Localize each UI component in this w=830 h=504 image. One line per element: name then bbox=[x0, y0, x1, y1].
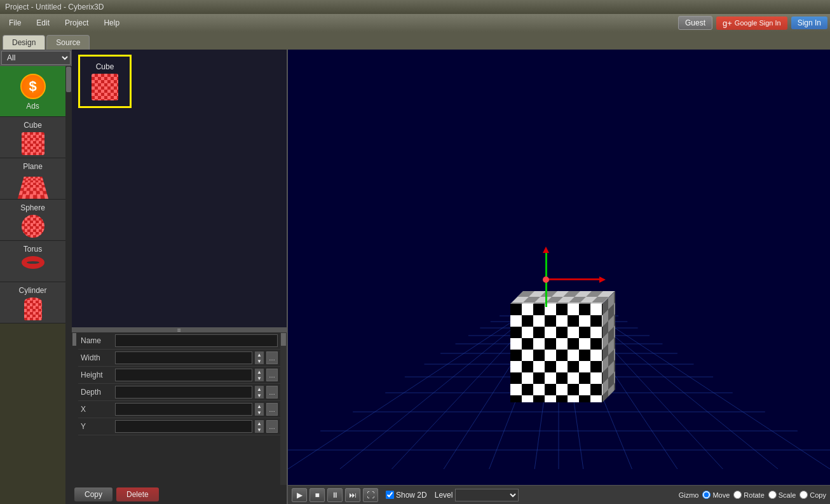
sidebar-scroll-thumb bbox=[66, 67, 71, 92]
sidebar: All $ Ads Cube Plane bbox=[0, 50, 72, 504]
play-button[interactable]: ▶ bbox=[292, 488, 307, 502]
prop-height-down[interactable]: ▼ bbox=[255, 375, 264, 381]
prop-width-stepper: ▲ ▼ bbox=[255, 351, 264, 364]
category-selector[interactable]: All bbox=[0, 50, 72, 66]
asset-cube-icon bbox=[92, 74, 118, 100]
gizmo-rotate-label[interactable]: Rotate bbox=[744, 491, 764, 499]
tab-design[interactable]: Design bbox=[3, 35, 45, 50]
guest-button[interactable]: Guest bbox=[678, 16, 712, 30]
level-dropdown[interactable] bbox=[455, 489, 519, 501]
sidebar-scroll-wrapper: $ Ads Cube Plane bbox=[0, 66, 72, 504]
gizmo-x-arrow bbox=[545, 278, 599, 280]
prop-name-label: Name bbox=[81, 336, 112, 345]
sidebar-item-torus[interactable]: Torus bbox=[0, 241, 65, 282]
gizmo-rotate-group: Rotate bbox=[733, 491, 764, 499]
gizmo-move-label[interactable]: Move bbox=[712, 491, 730, 499]
prop-y-more[interactable]: … bbox=[266, 420, 278, 433]
gizmo-y-arrowhead bbox=[543, 247, 549, 253]
prop-depth-up[interactable]: ▲ bbox=[255, 386, 264, 392]
prop-depth-row: Depth ▲ ▼ … bbox=[78, 384, 280, 401]
asset-area[interactable]: Cube bbox=[72, 50, 287, 327]
google-signin-label: Google Sign In bbox=[735, 19, 781, 27]
sidebar-item-cube[interactable]: Cube bbox=[0, 117, 65, 158]
main-content: All $ Ads Cube Plane bbox=[0, 50, 830, 504]
copy-button[interactable]: Copy bbox=[74, 487, 112, 501]
sidebar-item-sphere[interactable]: Sphere bbox=[0, 200, 65, 241]
gizmo-scale-radio[interactable] bbox=[768, 491, 777, 499]
gizmo-scale-label[interactable]: Scale bbox=[779, 491, 796, 499]
gizmo-group: Gizmo Move Rotate Scale Copy bbox=[679, 491, 826, 499]
sidebar-item-ads-label: Ads bbox=[26, 102, 39, 111]
props-right-scrollbar[interactable] bbox=[280, 332, 287, 485]
cube-top-face bbox=[510, 291, 615, 304]
menu-project[interactable]: Project bbox=[58, 17, 95, 29]
menu-edit[interactable]: Edit bbox=[30, 17, 56, 29]
delete-button[interactable]: Delete bbox=[116, 487, 159, 501]
signin-button[interactable]: Sign In bbox=[791, 17, 827, 29]
sidebar-item-cylinder-label: Cylinder bbox=[18, 286, 46, 295]
gizmo-rotate-radio[interactable] bbox=[733, 491, 742, 499]
show2d-label[interactable]: Show 2D bbox=[396, 491, 427, 500]
stop-button[interactable]: ■ bbox=[310, 488, 325, 502]
prop-x-down[interactable]: ▼ bbox=[255, 409, 264, 416]
prop-x-row: X ▲ ▼ … bbox=[78, 401, 280, 418]
prop-height-up[interactable]: ▲ bbox=[255, 369, 264, 375]
tab-source[interactable]: Source bbox=[46, 35, 90, 50]
sidebar-item-plane-label: Plane bbox=[23, 162, 43, 171]
prop-name-row: Name bbox=[78, 332, 280, 350]
viewport[interactable]: .gl { stroke: #2244aa; stroke-width: 0.7… bbox=[288, 50, 830, 504]
prop-y-label: Y bbox=[81, 422, 112, 431]
pause-button[interactable]: ⏸ bbox=[327, 488, 343, 502]
menu-help[interactable]: Help bbox=[97, 17, 126, 29]
center-panel: Cube Name bbox=[72, 50, 288, 504]
prop-depth-input[interactable] bbox=[115, 386, 252, 398]
props-right-thumb bbox=[281, 333, 286, 346]
asset-cube-item[interactable]: Cube bbox=[78, 55, 132, 108]
prop-x-stepper: ▲ ▼ bbox=[255, 403, 264, 416]
prop-width-input[interactable] bbox=[115, 351, 252, 364]
sidebar-items-list: $ Ads Cube Plane bbox=[0, 66, 65, 504]
sidebar-item-ads[interactable]: $ Ads bbox=[0, 66, 65, 117]
gizmo-scale-group: Scale bbox=[768, 491, 796, 499]
sidebar-item-plane[interactable]: Plane bbox=[0, 158, 65, 200]
prop-width-up[interactable]: ▲ bbox=[255, 351, 264, 358]
prop-y-stepper: ▲ ▼ bbox=[255, 420, 264, 433]
sidebar-scrollbar[interactable] bbox=[65, 66, 72, 504]
google-signin-button[interactable]: g+ Google Sign In bbox=[716, 17, 787, 30]
skip-forward-button[interactable]: ⏭ bbox=[345, 488, 360, 502]
gizmo-copy-radio[interactable] bbox=[799, 491, 808, 499]
prop-x-up[interactable]: ▲ bbox=[255, 403, 264, 409]
gizmo-move-group: Move bbox=[702, 491, 730, 499]
prop-width-more[interactable]: … bbox=[266, 351, 278, 364]
gizmo-label: Gizmo bbox=[679, 491, 699, 499]
level-label: Level bbox=[435, 491, 453, 500]
props-left-scrollbar[interactable] bbox=[72, 332, 77, 485]
sidebar-item-cylinder[interactable]: Cylinder bbox=[0, 282, 65, 324]
prop-y-up[interactable]: ▲ bbox=[255, 420, 264, 426]
sphere-icon bbox=[22, 215, 44, 238]
category-dropdown[interactable]: All bbox=[1, 51, 71, 65]
prop-x-label: X bbox=[81, 405, 112, 414]
prop-x-input[interactable] bbox=[115, 403, 252, 416]
prop-height-input[interactable] bbox=[115, 369, 252, 381]
prop-y-input[interactable] bbox=[115, 420, 252, 433]
prop-name-input[interactable] bbox=[115, 334, 278, 347]
gizmo-copy-label[interactable]: Copy bbox=[810, 491, 826, 499]
prop-depth-down[interactable]: ▼ bbox=[255, 392, 264, 398]
prop-height-more[interactable]: … bbox=[266, 369, 278, 381]
gizmo-move-radio[interactable] bbox=[702, 491, 711, 499]
prop-width-label: Width bbox=[81, 353, 112, 362]
prop-width-down[interactable]: ▼ bbox=[255, 358, 264, 364]
menu-file[interactable]: File bbox=[3, 17, 27, 29]
resize-handle[interactable] bbox=[72, 327, 287, 332]
menubar: File Edit Project Help Guest g+ Google S… bbox=[0, 14, 830, 32]
sidebar-item-torus-label: Torus bbox=[24, 245, 42, 254]
show2d-checkbox[interactable] bbox=[386, 491, 394, 499]
prop-y-down[interactable]: ▼ bbox=[255, 426, 264, 433]
prop-height-stepper: ▲ ▼ bbox=[255, 369, 264, 381]
prop-depth-more[interactable]: … bbox=[266, 386, 278, 398]
google-icon: g+ bbox=[723, 18, 732, 28]
prop-x-more[interactable]: … bbox=[266, 403, 278, 416]
fullscreen-button[interactable]: ⛶ bbox=[363, 488, 378, 502]
cube-icon bbox=[22, 132, 44, 155]
